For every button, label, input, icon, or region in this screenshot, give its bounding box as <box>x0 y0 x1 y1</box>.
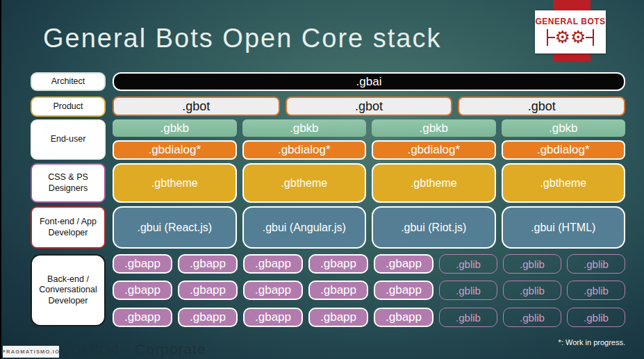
gear-icon: ⚙ <box>555 28 570 46</box>
gbkb-box: .gbkb <box>502 119 626 137</box>
gbui-box: .gbui (React.js) <box>113 206 237 249</box>
row-gbot: .gbot.gbot.gbot <box>113 97 625 116</box>
gbapp-box: .gbapp <box>178 254 238 274</box>
gbkb-box: .gbkb <box>372 119 496 137</box>
gear-icon: ⚙ <box>570 28 586 46</box>
label-architect: Architect <box>31 72 106 91</box>
gblib-box: .gblib <box>567 308 625 327</box>
gears-icon: ⚙ ⚙ <box>547 27 595 48</box>
gblib-box: .gblib <box>503 281 561 300</box>
footer-date-label: 2018Q4 - Corporate <box>64 341 206 358</box>
pragmatismo-logo: PRAGMATISMO.IO <box>3 346 59 358</box>
gbapp-box: .gbapp <box>113 308 172 327</box>
gbot-box: .gbot <box>458 97 625 116</box>
gbdialog-box: .gbdialog* <box>372 140 496 160</box>
label-backend-conversational-developer: Back-end / Conversational Developer <box>31 254 106 326</box>
row-gbkb: .gbkb.gbkb.gbkb.gbkb <box>113 119 625 137</box>
row-backend-1: .gbapp.gbapp.gbapp.gbapp.gbapp.gblib.gbl… <box>113 254 625 274</box>
gbot-box: .gbot <box>113 97 280 116</box>
gbapp-box: .gbapp <box>374 281 434 300</box>
gbui-box: .gbui (Angular.js) <box>242 206 367 249</box>
gbkb-box: .gbkb <box>242 119 367 137</box>
gbapp-box: .gbapp <box>243 308 303 327</box>
gbapp-box: .gbapp <box>243 254 303 274</box>
general-bots-logo: GENERAL BOTS ⚙ ⚙ <box>535 10 606 53</box>
gbui-box: .gbui (HTML) <box>502 206 626 249</box>
label-end-user: End-user <box>31 119 106 160</box>
gbapp-box: .gbapp <box>113 254 172 274</box>
gbapp-box: .gbapp <box>374 254 434 274</box>
gbapp-box: .gbapp <box>178 308 238 327</box>
row-gbdialog: .gbdialog*.gbdialog*.gbdialog*.gbdialog* <box>113 140 625 160</box>
row-backend-3: .gbapp.gbapp.gbapp.gbapp.gbapp.gblib.gbl… <box>113 308 625 327</box>
gbdialog-box: .gbdialog* <box>242 140 367 160</box>
gblib-box: .gblib <box>439 281 497 300</box>
gbot-box: .gbot <box>286 97 453 116</box>
work-in-progress-note: *: Work in progress. <box>559 338 625 347</box>
gblib-box: .gblib <box>439 308 497 327</box>
label-product: Product <box>31 97 106 117</box>
gbapp-box: .gbapp <box>374 308 434 327</box>
gbui-box: .gbui (Riot.js) <box>372 206 496 249</box>
gblib-box: .gblib <box>439 254 497 274</box>
row-gbtheme: .gbtheme.gbtheme.gbtheme.gbtheme <box>113 163 625 203</box>
page-title: General Bots Open Core stack <box>43 24 441 53</box>
label-frontend-app-developer: Font-end / App Developer <box>31 206 106 249</box>
gbtheme-box: .gbtheme <box>242 163 367 203</box>
gbdialog-box: .gbdialog* <box>113 140 237 160</box>
gear-line-left <box>548 37 555 38</box>
gblib-box: .gblib <box>567 254 625 274</box>
gbkb-box: .gbkb <box>113 119 237 137</box>
slide-general-bots-open-core-stack: GENERAL BOTS ⚙ ⚙ General Bots Open Core … <box>0 0 644 359</box>
gbdialog-box: .gbdialog* <box>502 140 626 160</box>
gbapp-box: .gbapp <box>308 254 368 274</box>
gbapp-box: .gbapp <box>308 308 368 327</box>
gbapp-box: .gbapp <box>243 281 303 300</box>
label-css-ps-designers: CSS & PS Designers <box>31 163 106 203</box>
row-backend-2: .gbapp.gbapp.gbapp.gbapp.gbapp.gblib.gbl… <box>113 281 625 300</box>
gbtheme-box: .gbtheme <box>372 163 496 203</box>
gbtheme-box: .gbtheme <box>502 163 626 203</box>
row-gbai: .gbai <box>113 72 625 91</box>
gblib-box: .gblib <box>503 308 561 327</box>
gbapp-box: .gbapp <box>113 281 172 300</box>
row-gbui: .gbui (React.js).gbui (Angular.js).gbui … <box>113 206 625 249</box>
gbapp-box: .gbapp <box>178 281 238 300</box>
gblib-box: .gblib <box>503 254 561 274</box>
gear-line-right <box>586 37 593 38</box>
gbapp-box: .gbapp <box>308 281 368 300</box>
gbtheme-box: .gbtheme <box>113 163 237 203</box>
gbai-box: .gbai <box>113 72 625 91</box>
gblib-box: .gblib <box>567 281 625 300</box>
logo-wordmark: GENERAL BOTS <box>535 17 605 26</box>
gear-tick-right <box>593 29 594 46</box>
